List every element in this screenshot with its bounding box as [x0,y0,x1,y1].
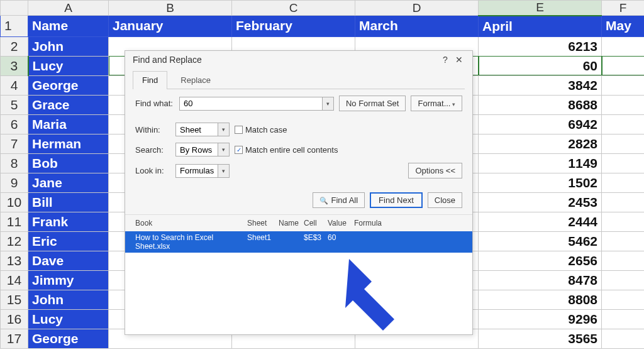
cell[interactable] [602,36,645,56]
cell-name[interactable]: Grace [28,95,109,114]
cell[interactable] [602,270,645,290]
chevron-down-icon[interactable]: ▾ [218,165,229,177]
row-header[interactable]: 9 [1,173,28,192]
cell[interactable] [602,251,645,270]
tab-replace[interactable]: Replace [171,71,220,89]
col-header-C[interactable]: C [232,1,355,16]
cell[interactable]: 8688 [479,95,602,114]
close-button[interactable]: Close [428,192,462,208]
search-select[interactable]: By Rows ▾ [175,143,230,156]
row-header[interactable]: 5 [1,95,28,114]
row-header-1[interactable]: 1 [1,16,28,37]
row-header[interactable]: 3 [1,56,28,75]
cell-name[interactable]: Dave [28,251,109,270]
row-header[interactable]: 13 [1,251,28,270]
row-header[interactable]: 6 [1,114,28,134]
header-february[interactable]: February [232,16,355,37]
row-header[interactable]: 7 [1,134,28,153]
chevron-down-icon[interactable]: ▾ [218,143,229,156]
cell[interactable] [602,329,645,348]
cell-name[interactable]: Jimmy [28,270,109,290]
header-march[interactable]: March [355,16,479,37]
cell-name[interactable]: George [28,75,109,95]
close-icon[interactable]: ✕ [452,55,466,65]
cell[interactable]: 1502 [479,173,602,192]
cell[interactable]: 6942 [479,114,602,134]
row-header[interactable]: 15 [1,290,28,309]
cell[interactable]: 1149 [479,153,602,173]
cell-name[interactable]: Bob [28,153,109,173]
within-select[interactable]: Sheet ▾ [175,123,230,136]
row-header[interactable]: 8 [1,153,28,173]
tab-find[interactable]: Find [133,71,167,89]
cell[interactable]: 8478 [479,270,602,290]
cell[interactable] [602,192,645,212]
cell[interactable] [602,173,645,192]
row-header[interactable]: 17 [1,329,28,348]
col-header-D[interactable]: D [355,1,479,16]
cell[interactable] [602,95,645,114]
match-case-checkbox[interactable]: Match case [235,125,287,134]
row-header[interactable]: 12 [1,231,28,251]
find-what-input[interactable]: 60 ▾ [179,97,334,111]
format-button[interactable]: Format... [411,96,462,111]
col-header-B[interactable]: B [109,1,232,16]
cell[interactable] [602,290,645,309]
cell-name[interactable]: Herman [28,134,109,153]
header-may[interactable]: May [602,16,645,37]
match-entire-checkbox[interactable]: ✓ Match entire cell contents [235,145,338,155]
cell[interactable] [602,114,645,134]
dialog-titlebar[interactable]: Find and Replace ? ✕ [125,51,472,69]
cell[interactable]: 6213 [479,36,602,56]
results-list[interactable] [125,253,472,334]
row-header[interactable]: 16 [1,309,28,329]
cell[interactable] [602,309,645,329]
col-header-E[interactable]: E [479,1,602,16]
cell-name[interactable]: Lucy [28,309,109,329]
row-header[interactable]: 10 [1,192,28,212]
cell-name[interactable]: Frank [28,212,109,231]
col-header-A[interactable]: A [28,1,109,16]
results-row[interactable]: How to Search in Excel Sheet.xlsx Sheet1… [125,231,472,253]
row-header[interactable]: 2 [1,36,28,56]
cell-name[interactable]: Eric [28,231,109,251]
results-header[interactable]: Book Sheet Name Cell Value Formula [125,214,472,231]
cell[interactable]: 3842 [479,75,602,95]
header-january[interactable]: January [109,16,232,37]
cell[interactable]: 3565 [479,329,602,348]
cell-name[interactable]: George [28,329,109,348]
no-format-button[interactable]: No Format Set [339,96,406,111]
cell[interactable]: 2453 [479,192,602,212]
cell[interactable] [602,153,645,173]
options-button[interactable]: Options << [408,163,462,178]
cell-name[interactable]: Lucy [28,56,109,75]
cell[interactable] [602,134,645,153]
cell-name[interactable]: John [28,290,109,309]
cell[interactable]: 9296 [479,309,602,329]
cell[interactable] [602,56,645,75]
cell-name[interactable]: John [28,36,109,56]
chevron-down-icon[interactable]: ▾ [322,97,333,110]
select-all-cell[interactable] [1,1,28,16]
cell[interactable]: 2444 [479,212,602,231]
row-header[interactable]: 4 [1,75,28,95]
chevron-down-icon[interactable]: ▾ [218,123,229,136]
row-header[interactable]: 14 [1,270,28,290]
lookin-select[interactable]: Formulas ▾ [175,164,230,178]
header-april[interactable]: April [479,16,602,37]
cell[interactable] [602,75,645,95]
cell[interactable] [602,231,645,251]
cell-name[interactable]: Bill [28,192,109,212]
find-next-button[interactable]: Find Next [370,192,423,208]
cell-name[interactable]: Jane [28,173,109,192]
cell[interactable]: 2656 [479,251,602,270]
help-icon[interactable]: ? [438,55,452,65]
cell[interactable]: 60 [479,56,602,75]
cell-name[interactable]: Maria [28,114,109,134]
cell[interactable] [602,212,645,231]
column-headers[interactable]: A B C D E F [1,1,645,16]
row-header[interactable]: 11 [1,212,28,231]
col-header-F[interactable]: F [602,1,645,16]
find-all-button[interactable]: 🔍Find All [313,192,365,208]
cell[interactable]: 8808 [479,290,602,309]
